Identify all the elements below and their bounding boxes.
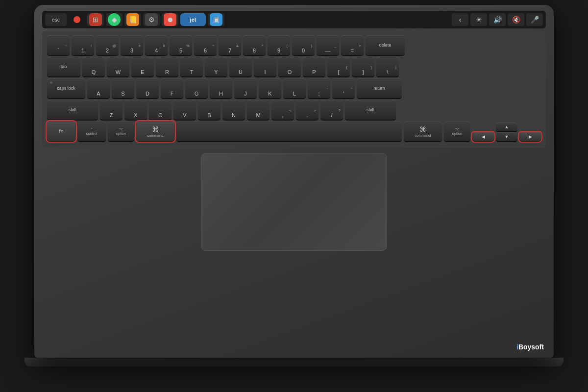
key-t[interactable]: T xyxy=(180,57,203,76)
key-d[interactable]: D xyxy=(136,78,159,98)
key-option-right[interactable]: ⌥ option xyxy=(444,122,470,141)
key-bracket-l[interactable]: {[ xyxy=(327,57,350,76)
key-0[interactable]: )0 xyxy=(292,35,315,55)
key-z[interactable]: Z xyxy=(100,100,122,120)
key-caps-lock[interactable]: caps lock xyxy=(47,78,85,98)
key-arrow-up[interactable]: ▲ xyxy=(496,122,517,131)
caps-lock-indicator xyxy=(50,81,52,84)
tb-app1[interactable]: ⊞ xyxy=(87,13,104,26)
key-4[interactable]: $4 xyxy=(145,35,168,55)
tb-app5[interactable]: ⏺ xyxy=(162,13,178,26)
key-b[interactable]: B xyxy=(198,100,220,120)
tb-back-icon[interactable]: ‹ xyxy=(452,13,468,26)
arrow-spacer2 xyxy=(519,122,541,131)
keyboard-area: ~ ` !1 @2 #3 $4 %5 ^6 &7 *8 (9 )0 _— += … xyxy=(42,31,546,148)
key-tab[interactable]: tab xyxy=(47,57,80,76)
laptop-container: esc ⊞ ◆ 📒 ⚙ ⏺ jet ▣ ‹ xyxy=(24,5,564,387)
key-fn[interactable]: fn xyxy=(47,122,75,141)
tb-esc-key[interactable]: esc xyxy=(45,13,67,26)
key-s[interactable]: S xyxy=(112,78,134,98)
key-v[interactable]: V xyxy=(173,100,196,120)
key-space[interactable] xyxy=(176,122,402,141)
trackpad[interactable] xyxy=(201,153,387,251)
key-bracket-r[interactable]: }] xyxy=(352,57,374,76)
tb-close-icon xyxy=(69,13,85,26)
zxcv-row: shift Z X C V B N M <, >. ?/ shift xyxy=(47,100,541,120)
tb-siri-icon[interactable]: 🎤 xyxy=(526,13,543,26)
tb-app3[interactable]: 📒 xyxy=(124,13,141,26)
key-q[interactable]: Q xyxy=(82,57,105,76)
tb-app2[interactable]: ◆ xyxy=(106,13,122,26)
key-slash[interactable]: ?/ xyxy=(320,100,343,120)
key-6[interactable]: ^6 xyxy=(194,35,217,55)
key-control[interactable]: ⌃ control xyxy=(77,122,106,141)
key-delete[interactable]: delete xyxy=(366,35,405,55)
key-shift-right[interactable]: shift xyxy=(345,100,396,120)
key-return[interactable]: return xyxy=(357,78,402,98)
key-h[interactable]: H xyxy=(210,78,232,98)
key-n[interactable]: N xyxy=(222,100,245,120)
key-p[interactable]: P xyxy=(303,57,325,76)
key-x[interactable]: X xyxy=(124,100,147,120)
key-5[interactable]: %5 xyxy=(170,35,192,55)
modifier-row: fn ⌃ control ⌥ option ⌘ command xyxy=(47,122,541,141)
tb-brightness-icon[interactable]: ☀ xyxy=(470,13,487,26)
key-i[interactable]: I xyxy=(254,57,276,76)
tb-jet[interactable]: jet xyxy=(180,13,206,26)
tb-mute-icon[interactable]: 🔇 xyxy=(508,13,524,26)
touch-bar: esc ⊞ ◆ 📒 ⚙ ⏺ jet ▣ ‹ xyxy=(42,11,546,28)
key-k[interactable]: K xyxy=(259,78,281,98)
key-option-left[interactable]: ⌥ option xyxy=(108,122,134,141)
key-w[interactable]: W xyxy=(107,57,129,76)
trackpad-container xyxy=(42,153,546,251)
key-period[interactable]: >. xyxy=(296,100,318,120)
arrow-spacer xyxy=(472,122,494,131)
asdf-row: caps lock A S D F G H J K L :; "' return xyxy=(47,78,541,98)
key-semicolon[interactable]: :; xyxy=(308,78,330,98)
number-row: ~ ` !1 @2 #3 $4 %5 ^6 &7 *8 (9 )0 _— += … xyxy=(47,35,541,55)
key-1[interactable]: !1 xyxy=(72,35,94,55)
key-comma[interactable]: <, xyxy=(271,100,294,120)
key-e[interactable]: E xyxy=(131,57,154,76)
key-u[interactable]: U xyxy=(229,57,252,76)
arrow-cluster: ▲ ◀ ▼ ▶ xyxy=(472,122,541,141)
key-minus[interactable]: _— xyxy=(317,35,339,55)
key-g[interactable]: G xyxy=(185,78,208,98)
key-3[interactable]: #3 xyxy=(121,35,143,55)
key-l[interactable]: L xyxy=(283,78,306,98)
key-command-right[interactable]: ⌘ command xyxy=(404,122,442,141)
key-arrow-right[interactable]: ▶ xyxy=(519,132,541,141)
key-8[interactable]: *8 xyxy=(243,35,266,55)
watermark: iBoysoft xyxy=(516,343,544,351)
key-y[interactable]: Y xyxy=(205,57,227,76)
key-m[interactable]: M xyxy=(247,100,270,120)
laptop-body: esc ⊞ ◆ 📒 ⚙ ⏺ jet ▣ ‹ xyxy=(34,5,554,358)
key-2[interactable]: @2 xyxy=(96,35,119,55)
arrow-up-row: ▲ xyxy=(472,122,541,131)
tb-app4[interactable]: ⚙ xyxy=(143,13,160,26)
qwerty-row: tab Q W E R T Y U I O P {[ }] |\ xyxy=(47,57,541,76)
arrow-bottom-row: ◀ ▼ ▶ xyxy=(472,132,541,141)
watermark-boysoft: Boysoft xyxy=(518,343,544,351)
key-command-left[interactable]: ⌘ command xyxy=(136,122,174,141)
laptop-bottom xyxy=(24,358,564,367)
key-quote[interactable]: "' xyxy=(332,78,355,98)
key-j[interactable]: J xyxy=(234,78,257,98)
key-a[interactable]: A xyxy=(87,78,110,98)
key-7[interactable]: &7 xyxy=(219,35,241,55)
key-arrow-left[interactable]: ◀ xyxy=(472,132,494,141)
key-backslash[interactable]: |\ xyxy=(376,57,399,76)
key-arrow-down[interactable]: ▼ xyxy=(496,132,517,141)
tb-app6[interactable]: ▣ xyxy=(208,13,224,26)
key-shift-left[interactable]: shift xyxy=(47,100,98,120)
key-o[interactable]: O xyxy=(278,57,301,76)
key-tilde[interactable]: ~ ` xyxy=(47,35,70,55)
key-r[interactable]: R xyxy=(156,57,178,76)
key-c[interactable]: C xyxy=(149,100,172,120)
tb-volume-icon[interactable]: 🔊 xyxy=(489,13,506,26)
key-equal[interactable]: += xyxy=(341,35,364,55)
key-f[interactable]: F xyxy=(161,78,183,98)
key-9[interactable]: (9 xyxy=(268,35,290,55)
